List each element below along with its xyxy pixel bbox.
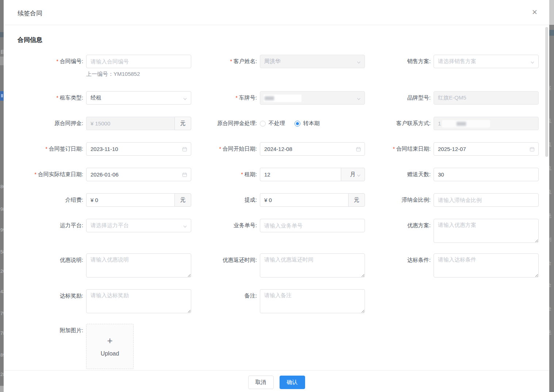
field-referral-fee: 介绍费: 元 <box>18 193 191 207</box>
backdrop-fragment: 流 <box>549 190 551 195</box>
backdrop-row <box>0 57 4 65</box>
discount-return-time-textarea[interactable] <box>260 253 365 277</box>
end-date-label: 合同结束日期: <box>396 145 431 152</box>
plate-no-label: 车牌号: <box>239 94 257 101</box>
sign-date-picker[interactable]: 2023-11-10 <box>86 142 191 156</box>
required-mark: * <box>56 95 58 101</box>
backdrop-fragment: 目 <box>0 50 4 55</box>
field-plate-no: *车牌号: <box>191 91 365 105</box>
backdrop-fragment: 28 <box>0 372 4 377</box>
field-discount-plan: 优惠方案: <box>365 219 539 244</box>
business-no-label: 业务单号: <box>191 219 257 232</box>
field-customer-name: *客户姓名: 周洪华 <box>191 55 365 78</box>
commission-input[interactable] <box>260 193 348 207</box>
field-transport-platform: 运力平台: 请选择运力平台 <box>18 219 191 244</box>
transport-platform-label: 运力平台: <box>18 219 83 232</box>
yuan-suffix: 元 <box>174 193 191 207</box>
radio-transfer-current[interactable]: 转本期 <box>295 120 320 127</box>
gift-days-input[interactable] <box>434 168 539 181</box>
backdrop-row <box>0 386 4 392</box>
contact-input: 1 <box>434 117 539 130</box>
upload-dropzone[interactable]: + Upload <box>86 324 134 369</box>
backdrop-fragment: 26 <box>0 269 4 274</box>
late-fee-ratio-input[interactable] <box>434 193 539 207</box>
backdrop-fragment: 利 <box>549 237 551 242</box>
field-orig-deposit: 原合同押金: 元 <box>18 117 191 130</box>
backdrop-fragment: 98 <box>0 207 4 212</box>
actual-end-date-picker[interactable]: 2026-01-06 <box>86 168 191 181</box>
start-date-picker[interactable]: 2024-12-08 <box>260 142 365 156</box>
field-gift-days: 赠送天数: <box>365 168 539 181</box>
transport-platform-select[interactable]: 请选择运力平台 <box>86 219 191 232</box>
rent-type-select[interactable]: 经租 <box>86 91 191 105</box>
actual-end-date-label: 合同实际结束日期: <box>38 171 83 177</box>
modal-scrollbar-thumb[interactable] <box>545 27 548 157</box>
calendar-icon <box>356 147 361 153</box>
chevron-down-icon <box>183 224 187 230</box>
remark-textarea[interactable] <box>260 289 365 313</box>
backdrop-fragment: 99 <box>0 228 4 233</box>
field-deposit-handling: 原合同押金处理: 不处理 转本期 <box>191 117 365 130</box>
field-end-date: *合同结束日期: 2025-12-07 <box>365 142 539 156</box>
sales-plan-select[interactable]: 请选择销售方案 <box>434 55 539 68</box>
close-icon[interactable]: ✕ <box>532 9 538 16</box>
required-mark: * <box>230 58 232 64</box>
backdrop-fragment: 79 <box>0 311 4 316</box>
backdrop-left-strip: 目 86 98 99 58 26 43 79 78 89 28 <box>0 0 4 392</box>
target-condition-label: 达标条件: <box>365 253 431 267</box>
commission-label: 提成: <box>191 193 257 206</box>
redacted-phone-value <box>442 120 490 128</box>
backdrop-fragment: 金 <box>549 306 551 311</box>
lease-term-unit-select[interactable]: 月 <box>341 168 365 181</box>
backdrop-fragment: 案 <box>549 86 551 91</box>
field-actual-end-date: *合同实际结束日期: 2026-01-06 <box>18 168 191 181</box>
section-title-contract-info: 合同信息 <box>18 36 42 44</box>
start-date-label: 合同开始日期: <box>223 145 257 152</box>
field-contract-no: *合同编号: 上一编号：YM105852 <box>18 55 191 78</box>
discount-desc-textarea[interactable] <box>86 253 191 277</box>
yuan-suffix: 元 <box>174 117 191 130</box>
confirm-button[interactable]: 确认 <box>280 376 305 389</box>
field-business-no: 业务单号: <box>191 219 365 244</box>
cancel-button[interactable]: 取消 <box>248 376 274 389</box>
field-late-fee-ratio: 滞纳金比例: <box>365 193 539 207</box>
field-discount-desc: 优惠说明: <box>18 253 191 279</box>
plus-icon: + <box>107 336 112 345</box>
dialog-footer: 取消 确认 <box>4 370 549 392</box>
field-brand-model: 品牌型号: 红旗E-QM5 <box>365 91 539 105</box>
contact-label: 客户联系方式: <box>365 117 431 130</box>
field-sales-plan: 销售方案: 请选择销售方案 <box>365 55 539 78</box>
brand-model-input: 红旗E-QM5 <box>434 91 539 105</box>
brand-model-label: 品牌型号: <box>365 91 431 104</box>
field-start-date: *合同开始日期: 2024-12-08 <box>191 142 365 156</box>
business-no-input[interactable] <box>260 219 365 232</box>
required-mark: * <box>393 146 395 152</box>
discount-desc-label: 优惠说明: <box>18 253 83 267</box>
chevron-down-icon <box>357 59 361 66</box>
discount-plan-textarea[interactable] <box>434 219 539 243</box>
field-rent-type: *租车类型: 经租 <box>18 91 191 105</box>
field-lease-term: *租期: 月 <box>191 168 365 181</box>
contract-no-input[interactable] <box>86 55 191 68</box>
backdrop-fragment: 金 <box>549 261 551 266</box>
gift-days-label: 赠送天数: <box>365 168 431 181</box>
radio-no-handling[interactable]: 不处理 <box>260 120 285 127</box>
yuan-suffix: 元 <box>348 193 365 207</box>
target-condition-textarea[interactable] <box>434 253 539 277</box>
field-commission: 提成: 元 <box>191 193 365 207</box>
target-reward-textarea[interactable] <box>86 289 191 313</box>
required-mark: * <box>219 146 221 152</box>
customer-name-label: 客户姓名: <box>234 58 257 64</box>
backdrop-fragment: 悬 <box>549 213 551 218</box>
field-target-condition: 达标条件: <box>365 253 539 279</box>
backdrop-fragment: 流 <box>549 166 551 171</box>
backdrop-fragment: 78 <box>0 331 4 336</box>
end-date-picker[interactable]: 2025-12-07 <box>434 142 539 156</box>
attach-image-label: 附加图片: <box>18 324 83 337</box>
backdrop-fragment: 58 <box>0 249 4 255</box>
referral-fee-input[interactable] <box>86 193 174 207</box>
deposit-handling-radio-group: 不处理 转本期 <box>260 117 320 130</box>
dialog-title: 续签合同 <box>18 9 42 18</box>
lease-term-input[interactable] <box>260 168 341 181</box>
contract-no-label: 合同编号: <box>60 58 83 64</box>
